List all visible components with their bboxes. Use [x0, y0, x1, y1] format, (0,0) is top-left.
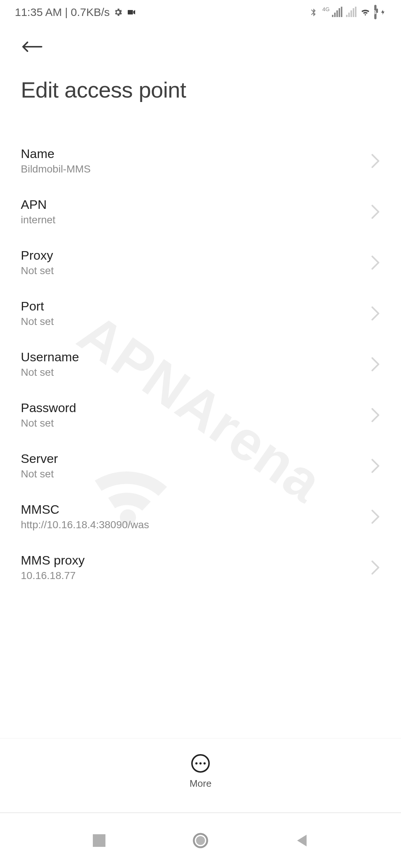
chevron-right-icon [371, 153, 380, 169]
status-left-cluster: 11:35 AM | 0.7KB/s [15, 6, 137, 19]
field-label: Name [21, 147, 91, 161]
nav-home-button[interactable] [191, 831, 210, 850]
field-value: http://10.16.18.4:38090/was [21, 519, 149, 531]
field-label: APN [21, 197, 55, 212]
battery-icon: 38 [374, 6, 376, 19]
bluetooth-icon [308, 7, 319, 17]
svg-point-2 [196, 836, 205, 845]
status-clock: 11:35 AM [15, 6, 62, 19]
field-value: Not set [21, 316, 54, 328]
chevron-right-icon [371, 204, 380, 220]
chevron-right-icon [371, 509, 380, 525]
chevron-right-icon [371, 458, 380, 474]
status-bar: 11:35 AM | 0.7KB/s 4G 38 [0, 0, 401, 23]
more-panel: More [0, 738, 401, 805]
field-label: Port [21, 299, 54, 313]
app-bar [0, 23, 401, 56]
nav-recents-button[interactable] [90, 831, 108, 850]
settings-icon [113, 7, 123, 17]
field-value: Not set [21, 366, 79, 378]
back-button[interactable] [21, 42, 43, 56]
field-value: internet [21, 214, 55, 226]
chevron-right-icon [371, 407, 380, 423]
field-label: MMS proxy [21, 553, 85, 568]
field-password[interactable]: Password Not set [0, 389, 401, 440]
field-mms-proxy[interactable]: MMS proxy 10.16.18.77 [0, 542, 401, 593]
status-separator: | [65, 6, 68, 19]
nav-back-button[interactable] [293, 831, 311, 850]
more-horizontal-icon [191, 754, 210, 773]
field-apn[interactable]: APN internet [0, 186, 401, 237]
field-value: 10.16.18.77 [21, 570, 85, 582]
signal-icon-sim1 [332, 7, 342, 17]
settings-list: Name Bildmobil-MMS APN internet Proxy No… [0, 103, 401, 593]
svg-rect-0 [93, 834, 105, 847]
camera-icon [126, 7, 137, 17]
field-mmsc[interactable]: MMSC http://10.16.18.4:38090/was [0, 491, 401, 542]
field-proxy[interactable]: Proxy Not set [0, 237, 401, 288]
field-value: Not set [21, 265, 54, 277]
field-value: Bildmobil-MMS [21, 163, 91, 175]
field-label: Username [21, 350, 79, 364]
field-value: Not set [21, 468, 58, 480]
wifi-icon [360, 7, 371, 17]
field-port[interactable]: Port Not set [0, 288, 401, 339]
chevron-right-icon [371, 255, 380, 270]
field-username[interactable]: Username Not set [0, 339, 401, 389]
status-right-cluster: 4G 38 [308, 6, 386, 19]
field-value: Not set [21, 417, 76, 429]
battery-percent: 38 [373, 9, 379, 15]
field-server[interactable]: Server Not set [0, 440, 401, 491]
page-title: Edit access point [0, 56, 401, 103]
chevron-right-icon [371, 356, 380, 372]
more-button[interactable]: More [189, 754, 211, 789]
chevron-right-icon [371, 560, 380, 575]
charging-icon [380, 7, 386, 17]
field-label: Password [21, 401, 76, 415]
system-nav-bar [0, 812, 401, 868]
signal-icon-sim2 [346, 7, 356, 17]
field-label: Server [21, 451, 58, 466]
status-netspeed: 0.7KB/s [71, 6, 110, 19]
field-label: MMSC [21, 502, 149, 517]
network-type-label: 4G [322, 6, 330, 12]
field-name[interactable]: Name Bildmobil-MMS [0, 135, 401, 186]
chevron-right-icon [371, 306, 380, 321]
field-label: Proxy [21, 248, 54, 263]
more-label: More [189, 778, 211, 789]
